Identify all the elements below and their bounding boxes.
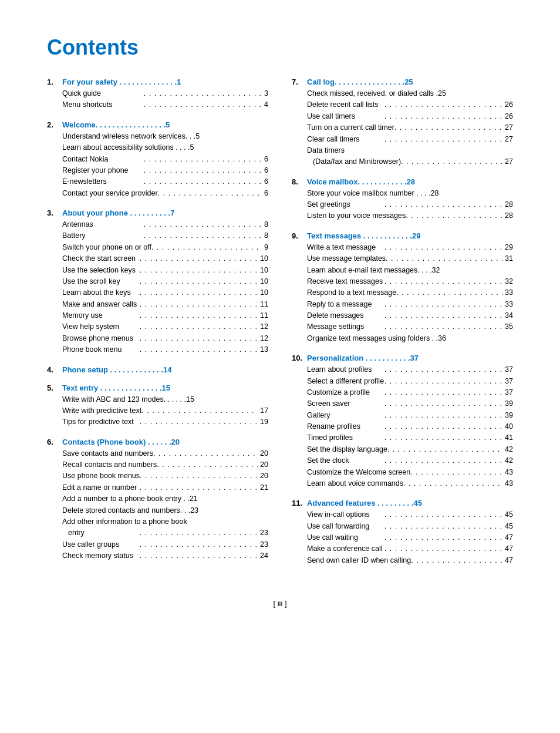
entry-text: Set greetings [307,199,350,210]
entry-text: Check memory status [62,550,133,561]
entry-page: 41 [505,432,513,443]
entry-text: Learn about voice commands [307,478,403,489]
toc-entry: Learn about the keys . . . . . . . . . .… [47,287,268,298]
entry-text: Browse phone menus [62,333,133,344]
entry-dots: . . . . . . . . . . . . . . . . . . . . … [141,405,258,416]
toc-entry: Use the selection keys . . . . . . . . .… [47,265,268,276]
toc-entry: Set greetings . . . . . . . . . . . . . … [292,199,513,210]
toc-entry: Use phone book menus . . . . . . . . . .… [47,470,268,482]
section-number: 2. [47,120,58,129]
entry-text: Phone book menu [62,344,122,355]
entry-text: Reply to a message [307,299,372,310]
toc-entry: Timed profiles . . . . . . . . . . . . .… [292,432,513,443]
section-title: Voice mailbox. . . . . . . . . . . .28 [307,177,415,186]
entry-page: 40 [505,421,513,432]
entry-page: 29 [505,242,513,253]
toc-entry: Clear call timers . . . . . . . . . . . … [292,134,513,145]
toc-entry: Antennas . . . . . . . . . . . . . . . .… [47,219,268,230]
entry-dots: . . . . . . . . . . . . . . . . . . . . … [360,134,502,145]
toc-entry: Receive text messages . . . . . . . . . … [292,276,513,287]
entry-text: Quick guide [62,88,101,99]
entry-text: Learn about profiles [307,364,372,375]
toc-entry: Customize a profile . . . . . . . . . . … [292,387,513,398]
entry-page: 11 [260,310,268,321]
entry-dots: . . . . . . . . . . . . . . . . . . . . … [364,321,502,332]
toc-section: 9.Text messages . . . . . . . . . . . .2… [292,231,513,344]
entry-dots: . . . . . . . . . . . . . . . . . . . . … [85,527,258,539]
entry-text: Use message templates [307,253,386,264]
toc-entry: Write with predictive text . . . . . . .… [47,405,268,416]
toc-entry: Use message templates . . . . . . . . . … [292,253,513,264]
entry-page: 39 [505,410,513,421]
section-title: Text messages . . . . . . . . . . . .29 [307,231,420,240]
entry-page: 23 [260,527,268,539]
entry-text: Use the selection keys [62,265,136,276]
entry-page: 20 [260,459,268,470]
entry-dots: . . . . . . . . . . . . . . . . . . . . … [406,210,502,221]
entry-text: Turn on a current call timer [307,122,394,133]
entry-page: 27 [505,156,513,167]
section-header: 2.Welcome. . . . . . . . . . . . . . . .… [47,120,268,129]
entry-page: 21 [260,482,268,493]
right-column: 7.Call log. . . . . . . . . . . . . . . … [292,78,513,576]
toc-entry: Use call forwarding . . . . . . . . . . … [292,521,513,532]
entry-dots: . . . . . . . . . . . . . . . . . . . . … [379,99,503,110]
toc-entry: Memory use . . . . . . . . . . . . . . .… [47,310,268,321]
entry-text: Write with ABC and 123 modes. . . . . .1… [62,394,194,405]
toc-entry: Check missed, received, or dialed calls … [292,88,513,99]
entry-dots: . . . . . . . . . . . . . . . . . . . . … [383,543,503,554]
entry-text: Antennas [62,219,93,230]
toc-entry: Data timers [292,145,513,156]
section-title: Personalization . . . . . . . . . . .37 [307,354,419,362]
entry-dots: . . . . . . . . . . . . . . . . . . . . … [396,287,502,298]
toc-section: 10.Personalization . . . . . . . . . . .… [292,354,513,489]
entry-text: Store your voice mailbox number . . . .2… [307,188,438,199]
entry-dots: . . . . . . . . . . . . . . . . . . . . … [119,539,258,550]
entry-page: 27 [505,122,513,133]
section-number: 10. [292,354,302,362]
entry-text: Use call timers [307,111,355,122]
entry-page: 6 [264,176,268,187]
toc-entry: Set the clock . . . . . . . . . . . . . … [292,455,513,466]
entry-text: Set the display language [307,444,387,455]
entry-dots: . . . . . . . . . . . . . . . . . . . . … [151,242,262,253]
entry-dots: . . . . . . . . . . . . . . . . . . . . … [350,199,502,210]
toc-entry: Contact Nokia . . . . . . . . . . . . . … [47,154,268,165]
toc-columns: 1.For your safety . . . . . . . . . . . … [47,78,513,576]
toc-entry: Respond to a text message . . . . . . . … [292,287,513,298]
entry-dots: . . . . . . . . . . . . . . . . . . . . … [107,176,262,187]
entry-page: 47 [505,543,513,554]
toc-entry: Customize the Welcome screen . . . . . .… [292,467,513,478]
entry-page: 17 [260,405,268,416]
entry-page: 12 [260,333,268,344]
entry-text: Recall contacts and numbers [62,459,157,470]
toc-section: 11.Advanced features . . . . . . . . .45… [292,499,513,566]
section-header: 9.Text messages . . . . . . . . . . . .2… [292,231,513,240]
section-header: 10.Personalization . . . . . . . . . . .… [292,354,513,362]
entry-text: Organize text messages using folders . .… [307,333,446,344]
section-number: 7. [292,78,302,86]
toc-section: 3.About your phone . . . . . . . . . .7A… [47,209,268,356]
entry-page: 45 [505,509,513,520]
toc-entry: Reply to a message . . . . . . . . . . .… [292,299,513,310]
entry-text: Write with predictive text [62,405,141,416]
entry-page: 10 [260,253,268,264]
entry-dots: . . . . . . . . . . . . . . . . . . . . … [86,230,262,241]
entry-dots: . . . . . . . . . . . . . . . . . . . . … [355,111,502,122]
toc-entry: Store your voice mailbox number . . . .2… [292,188,513,199]
entry-text: Use call waiting [307,532,358,543]
toc-entry: Register your phone . . . . . . . . . . … [47,165,268,176]
entry-dots: . . . . . . . . . . . . . . . . . . . . … [120,276,258,287]
entry-page: 3 [264,88,268,99]
entry-text: Customize a profile [307,387,370,398]
toc-entry: Use caller groups . . . . . . . . . . . … [47,539,268,550]
entry-dots: . . . . . . . . . . . . . . . . . . . . … [411,555,502,566]
toc-entry: Add a number to a phone book entry . .21 [47,493,268,505]
entry-page: 37 [505,376,513,387]
entry-text: Save contacts and numbers [62,448,153,459]
entry-text: Send own caller ID when calling [307,555,411,566]
toc-entry: entry . . . . . . . . . . . . . . . . . … [47,527,268,539]
entry-text: Understand wireless network services. . … [62,131,200,142]
entry-page: 43 [505,478,513,489]
entry-dots: . . . . . . . . . . . . . . . . . . . . … [119,321,258,332]
